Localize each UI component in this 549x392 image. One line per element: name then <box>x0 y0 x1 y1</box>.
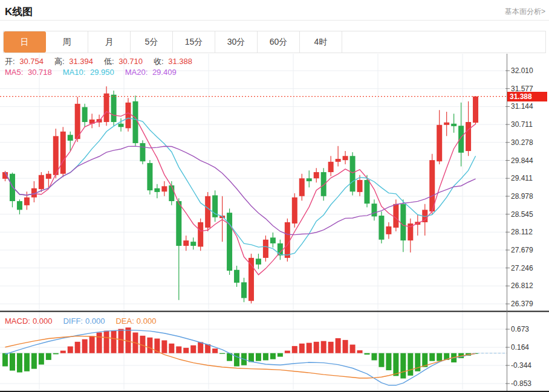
macd-bar[interactable] <box>125 327 131 353</box>
macd-bar[interactable] <box>176 346 181 353</box>
macd-bar[interactable] <box>328 342 334 353</box>
candle-body[interactable] <box>307 178 312 181</box>
candle-body[interactable] <box>321 172 326 196</box>
candle-body[interactable] <box>328 162 334 172</box>
macd-bar[interactable] <box>336 338 341 353</box>
candle-body[interactable] <box>82 107 88 122</box>
candle-body[interactable] <box>161 186 167 191</box>
macd-bar[interactable] <box>314 342 319 353</box>
candle-body[interactable] <box>119 124 124 127</box>
macd-bar[interactable] <box>190 345 196 353</box>
candle-body[interactable] <box>357 180 363 192</box>
macd-bar[interactable] <box>365 353 370 355</box>
candle-body[interactable] <box>299 178 305 196</box>
macd-bar[interactable] <box>299 344 305 353</box>
candle-body[interactable] <box>350 156 356 191</box>
macd-bar[interactable] <box>343 340 348 353</box>
candle-body[interactable] <box>458 126 464 153</box>
macd-bar[interactable] <box>285 351 290 353</box>
macd-bar[interactable] <box>89 336 95 353</box>
candle-body[interactable] <box>371 204 377 216</box>
candle-body[interactable] <box>227 213 232 271</box>
candle-body[interactable] <box>46 174 51 179</box>
candle-body[interactable] <box>278 243 283 255</box>
candle-body[interactable] <box>444 123 449 125</box>
candle-body[interactable] <box>314 172 319 178</box>
candle-body[interactable] <box>400 204 406 240</box>
candle-body[interactable] <box>336 159 341 162</box>
macd-bar[interactable] <box>371 353 377 361</box>
macd-bar[interactable] <box>147 338 152 353</box>
macd-bar[interactable] <box>68 346 73 353</box>
candle-body[interactable] <box>183 240 189 246</box>
candle-body[interactable] <box>386 227 391 234</box>
macd-bar[interactable] <box>263 353 268 361</box>
macd-bar[interactable] <box>17 353 22 373</box>
macd-bar[interactable] <box>198 342 203 353</box>
macd-bar[interactable] <box>119 329 124 353</box>
candle-body[interactable] <box>249 258 254 301</box>
macd-bar[interactable] <box>357 350 363 353</box>
macd-bar[interactable] <box>111 330 117 353</box>
candle-body[interactable] <box>154 188 160 192</box>
candle-body[interactable] <box>343 156 348 160</box>
candle-body[interactable] <box>60 132 66 174</box>
candle-body[interactable] <box>10 174 15 201</box>
macd-bar[interactable] <box>212 349 218 353</box>
candle-body[interactable] <box>292 198 297 223</box>
candle-body[interactable] <box>39 175 44 189</box>
macd-bar[interactable] <box>82 339 88 353</box>
macd-bar[interactable] <box>24 353 30 371</box>
macd-bar[interactable] <box>53 353 59 355</box>
macd-bar[interactable] <box>321 341 326 353</box>
candle-body[interactable] <box>68 135 73 141</box>
macd-bar[interactable] <box>408 353 413 376</box>
macd-bar[interactable] <box>46 353 51 360</box>
candle-body[interactable] <box>451 124 456 126</box>
macd-bar[interactable] <box>169 344 174 353</box>
macd-bar[interactable] <box>256 353 261 361</box>
macd-bar[interactable] <box>234 353 239 367</box>
macd-bar[interactable] <box>437 353 442 361</box>
macd-bar[interactable] <box>350 345 356 353</box>
candle-body[interactable] <box>17 201 22 210</box>
candle-body[interactable] <box>256 259 261 265</box>
macd-bar[interactable] <box>400 353 406 379</box>
candle-body[interactable] <box>437 125 442 161</box>
macd-bar[interactable] <box>183 348 189 353</box>
candle-body[interactable] <box>241 282 247 298</box>
candle-body[interactable] <box>205 196 210 228</box>
macd-bar[interactable] <box>10 353 15 371</box>
candle-body[interactable] <box>176 201 181 246</box>
candle-body[interactable] <box>263 240 268 258</box>
candle-body[interactable] <box>190 242 196 246</box>
macd-bar[interactable] <box>97 332 102 353</box>
macd-bar[interactable] <box>219 353 225 354</box>
candle-body[interactable] <box>24 198 30 205</box>
macd-bar[interactable] <box>393 353 398 376</box>
candle-body[interactable] <box>378 216 384 240</box>
macd-bar[interactable] <box>386 353 391 370</box>
macd-bar[interactable] <box>60 351 66 353</box>
macd-bar[interactable] <box>278 353 283 357</box>
macd-bar[interactable] <box>2 353 8 367</box>
macd-bar[interactable] <box>104 331 109 353</box>
macd-bar[interactable] <box>161 340 167 353</box>
candle-body[interactable] <box>473 97 478 123</box>
candle-body[interactable] <box>125 103 131 129</box>
candle-body[interactable] <box>140 143 145 161</box>
macd-bar[interactable] <box>307 343 312 353</box>
candle-body[interactable] <box>111 95 117 122</box>
candle-body[interactable] <box>466 122 471 151</box>
candle-body[interactable] <box>270 237 276 243</box>
macd-bar[interactable] <box>292 346 297 353</box>
macd-bar[interactable] <box>39 353 44 365</box>
candle-body[interactable] <box>169 185 174 201</box>
candle-body[interactable] <box>198 222 203 246</box>
macd-bar[interactable] <box>270 353 276 359</box>
macd-bar[interactable] <box>429 353 435 361</box>
candle-body[interactable] <box>132 101 138 143</box>
macd-bar[interactable] <box>31 353 37 369</box>
candle-body[interactable] <box>147 163 152 190</box>
candle-body[interactable] <box>365 180 370 204</box>
